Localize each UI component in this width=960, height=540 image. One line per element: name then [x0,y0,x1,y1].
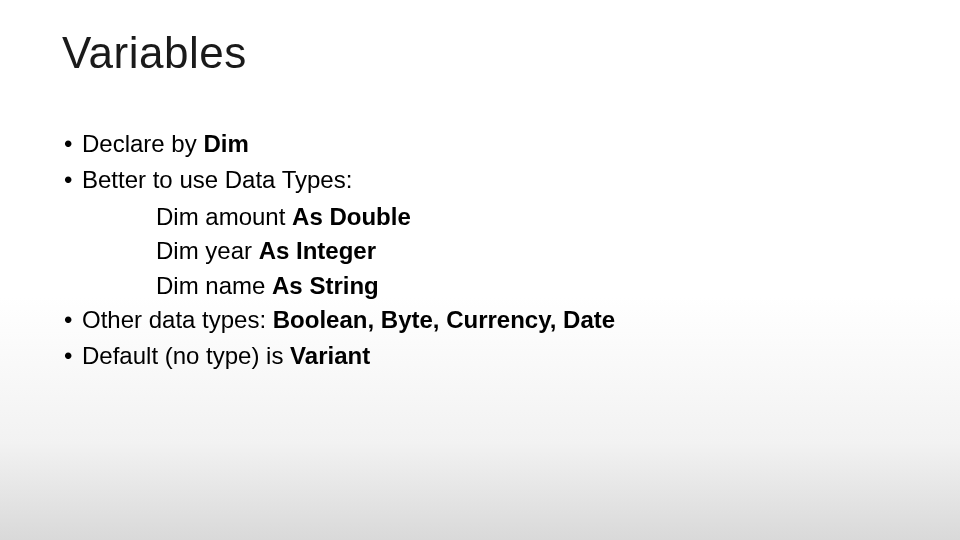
sub-item-3: Dim name As String [156,270,898,302]
bullet-dot: • [62,304,82,336]
bullet-text: Declare by Dim [82,128,898,160]
text-bold: Boolean, Byte, Currency, Date [273,306,615,333]
sub-item-2: Dim year As Integer [156,235,898,267]
slide: Variables • Declare by Dim • Better to u… [0,0,960,540]
bullet-text: Default (no type) is Variant [82,340,898,372]
sub-item-1: Dim amount As Double [156,201,898,233]
text-bold: Variant [290,342,370,369]
bullet-item-4: • Default (no type) is Variant [62,340,898,372]
slide-title: Variables [62,28,898,78]
bullet-item-1: • Declare by Dim [62,128,898,160]
text-run: Other data types: [82,306,273,333]
bullet-dot: • [62,340,82,372]
slide-content: • Declare by Dim • Better to use Data Ty… [62,128,898,373]
text-run: Dim amount [156,203,292,230]
text-bold: Dim [203,130,248,157]
bullet-text: Other data types: Boolean, Byte, Currenc… [82,304,898,336]
text-run: Dim name [156,272,272,299]
bullet-dot: • [62,128,82,160]
text-run: Dim year [156,237,259,264]
text-run: Declare by [82,130,203,157]
text-bold: As String [272,272,379,299]
bullet-item-2: • Better to use Data Types: [62,164,898,196]
text-bold: As Double [292,203,411,230]
bullet-item-3: • Other data types: Boolean, Byte, Curre… [62,304,898,336]
bullet-text: Better to use Data Types: [82,164,898,196]
bullet-dot: • [62,164,82,196]
text-bold: As Integer [259,237,376,264]
text-run: Default (no type) is [82,342,290,369]
